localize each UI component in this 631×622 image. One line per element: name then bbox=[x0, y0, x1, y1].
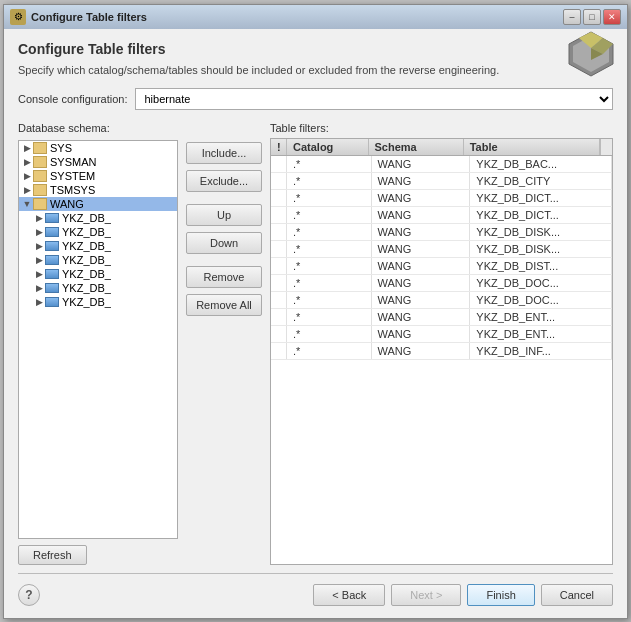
td-excl-1 bbox=[271, 156, 287, 172]
table-row: .* WANG YKZ_DB_INF... bbox=[271, 343, 612, 360]
main-window: ⚙ Configure Table filters – □ ✕ Configur… bbox=[3, 4, 628, 619]
td-catalog-8: .* bbox=[287, 275, 372, 291]
arrow-wang-6: ▶ bbox=[33, 283, 45, 293]
page-description: Specify which catalog/schema/tables shou… bbox=[18, 63, 553, 78]
table-row: .* WANG YKZ_DB_DICT... bbox=[271, 190, 612, 207]
tree-item-wang-3[interactable]: ▶ YKZ_DB_ bbox=[19, 239, 177, 253]
tree-item-wang-1[interactable]: ▶ YKZ_DB_ bbox=[19, 211, 177, 225]
tree-label-wang-2: YKZ_DB_ bbox=[62, 226, 111, 238]
tree-label-system: SYSTEM bbox=[50, 170, 95, 182]
td-catalog-7: .* bbox=[287, 258, 372, 274]
table-row: .* WANG YKZ_DB_CITY bbox=[271, 173, 612, 190]
td-schema-1: WANG bbox=[372, 156, 471, 172]
td-schema-6: WANG bbox=[372, 241, 471, 257]
content-area: Configure Table filters Specify which ca… bbox=[4, 29, 627, 618]
arrow-wang-2: ▶ bbox=[33, 227, 45, 237]
td-catalog-1: .* bbox=[287, 156, 372, 172]
tree-label-sys: SYS bbox=[50, 142, 72, 154]
back-button[interactable]: < Back bbox=[313, 584, 385, 606]
table-row: .* WANG YKZ_DB_DISK... bbox=[271, 241, 612, 258]
footer-right: < Back Next > Finish Cancel bbox=[313, 584, 613, 606]
config-select[interactable]: hibernate bbox=[135, 88, 613, 110]
refresh-button[interactable]: Refresh bbox=[18, 545, 87, 565]
tree-label-wang-7: YKZ_DB_ bbox=[62, 296, 111, 308]
title-bar: ⚙ Configure Table filters – □ ✕ bbox=[4, 5, 627, 29]
col-header-excl: ! bbox=[271, 139, 287, 155]
tree-label-sysman: SYSMAN bbox=[50, 156, 96, 168]
footer-separator bbox=[18, 573, 613, 574]
tree-item-wang-5[interactable]: ▶ YKZ_DB_ bbox=[19, 267, 177, 281]
tree-container[interactable]: ▶ SYS ▶ SYSMAN ▶ SYSTEM bbox=[18, 140, 178, 539]
table-row: .* WANG YKZ_DB_DICT... bbox=[271, 207, 612, 224]
table-scroll[interactable]: .* WANG YKZ_DB_BAC... .* WANG YKZ_DB_CIT… bbox=[271, 156, 612, 564]
tree-item-sysman[interactable]: ▶ SYSMAN bbox=[19, 155, 177, 169]
config-row: Console configuration: hibernate bbox=[18, 88, 613, 110]
tree-item-tsmsys[interactable]: ▶ TSMSYS bbox=[19, 183, 177, 197]
col-header-schema: Schema bbox=[369, 139, 464, 155]
tree-item-wang-6[interactable]: ▶ YKZ_DB_ bbox=[19, 281, 177, 295]
down-button[interactable]: Down bbox=[186, 232, 262, 254]
right-panel: Table filters: ! Catalog Schema Table bbox=[270, 122, 613, 565]
td-schema-10: WANG bbox=[372, 309, 471, 325]
tree-label-tsmsys: TSMSYS bbox=[50, 184, 95, 196]
db-icon-wang bbox=[33, 198, 47, 210]
table-container: ! Catalog Schema Table .* bbox=[270, 138, 613, 565]
remove-button[interactable]: Remove bbox=[186, 266, 262, 288]
td-table-7: YKZ_DB_DIST... bbox=[470, 258, 612, 274]
close-button[interactable]: ✕ bbox=[603, 9, 621, 25]
config-label: Console configuration: bbox=[18, 93, 127, 105]
td-table-9: YKZ_DB_DOC... bbox=[470, 292, 612, 308]
tree-item-wang-4[interactable]: ▶ YKZ_DB_ bbox=[19, 253, 177, 267]
up-button[interactable]: Up bbox=[186, 204, 262, 226]
table-filters-label: Table filters: bbox=[270, 122, 613, 134]
tree-item-wang-2[interactable]: ▶ YKZ_DB_ bbox=[19, 225, 177, 239]
td-schema-8: WANG bbox=[372, 275, 471, 291]
exclude-button[interactable]: Exclude... bbox=[186, 170, 262, 192]
tbl-icon-6 bbox=[45, 283, 59, 293]
next-button[interactable]: Next > bbox=[391, 584, 461, 606]
td-catalog-3: .* bbox=[287, 190, 372, 206]
tbl-icon-1 bbox=[45, 213, 59, 223]
table-row: .* WANG YKZ_DB_ENT... bbox=[271, 326, 612, 343]
tree-item-wang-7[interactable]: ▶ YKZ_DB_ bbox=[19, 295, 177, 309]
table-row: .* WANG YKZ_DB_DOC... bbox=[271, 275, 612, 292]
middle-buttons: Include... Exclude... Up Down Remove Rem… bbox=[186, 122, 262, 565]
tree-item-wang[interactable]: ▼ WANG bbox=[19, 197, 177, 211]
tbl-icon-4 bbox=[45, 255, 59, 265]
cancel-button[interactable]: Cancel bbox=[541, 584, 613, 606]
td-excl-2 bbox=[271, 173, 287, 189]
arrow-wang-3: ▶ bbox=[33, 241, 45, 251]
td-excl-3 bbox=[271, 190, 287, 206]
td-excl-7 bbox=[271, 258, 287, 274]
td-schema-2: WANG bbox=[372, 173, 471, 189]
tree-item-system[interactable]: ▶ SYSTEM bbox=[19, 169, 177, 183]
schema-label: Database schema: bbox=[18, 122, 178, 134]
title-bar-buttons: – □ ✕ bbox=[563, 9, 621, 25]
tbl-icon-5 bbox=[45, 269, 59, 279]
td-schema-11: WANG bbox=[372, 326, 471, 342]
tree-item-sys[interactable]: ▶ SYS bbox=[19, 141, 177, 155]
td-table-1: YKZ_DB_BAC... bbox=[470, 156, 612, 172]
window-title: Configure Table filters bbox=[31, 11, 147, 23]
td-catalog-2: .* bbox=[287, 173, 372, 189]
tree-label-wang-5: YKZ_DB_ bbox=[62, 268, 111, 280]
table-row: .* WANG YKZ_DB_DISK... bbox=[271, 224, 612, 241]
include-button[interactable]: Include... bbox=[186, 142, 262, 164]
remove-all-button[interactable]: Remove All bbox=[186, 294, 262, 316]
footer: ? < Back Next > Finish Cancel bbox=[18, 580, 613, 610]
left-panel: Database schema: ▶ SYS ▶ SYSMAN ▶ bbox=[18, 122, 178, 565]
help-button[interactable]: ? bbox=[18, 584, 40, 606]
arrow-wang-5: ▶ bbox=[33, 269, 45, 279]
maximize-button[interactable]: □ bbox=[583, 9, 601, 25]
td-catalog-6: .* bbox=[287, 241, 372, 257]
tbl-icon-3 bbox=[45, 241, 59, 251]
td-excl-8 bbox=[271, 275, 287, 291]
td-catalog-9: .* bbox=[287, 292, 372, 308]
td-table-6: YKZ_DB_DISK... bbox=[470, 241, 612, 257]
window-icon: ⚙ bbox=[10, 9, 26, 25]
table-row: .* WANG YKZ_DB_BAC... bbox=[271, 156, 612, 173]
main-area: Database schema: ▶ SYS ▶ SYSMAN ▶ bbox=[18, 122, 613, 565]
td-excl-5 bbox=[271, 224, 287, 240]
minimize-button[interactable]: – bbox=[563, 9, 581, 25]
finish-button[interactable]: Finish bbox=[467, 584, 534, 606]
